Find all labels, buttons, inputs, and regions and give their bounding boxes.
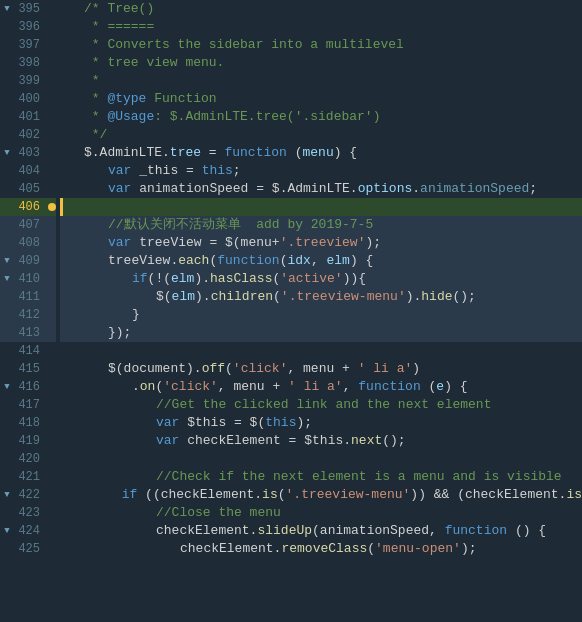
code-409f: idx xyxy=(287,252,310,270)
code-422c: is xyxy=(262,486,278,504)
fold-424[interactable]: ▼ xyxy=(0,526,14,536)
code-editor: ▼ 395 396 397 398 399 xyxy=(0,0,582,622)
line-num-395: 395 xyxy=(14,0,48,18)
line-num-413: 413 xyxy=(14,324,48,342)
code-425c: ( xyxy=(367,540,375,558)
line-num-424: 424 xyxy=(14,522,48,540)
gutter-row-416: ▼ 416 xyxy=(0,378,56,396)
code-416i: ( xyxy=(421,378,437,396)
code-408b: treeView = $(menu+ xyxy=(131,234,279,252)
code-409a: treeView. xyxy=(108,252,178,270)
code-409g: , xyxy=(311,252,327,270)
line-num-414: 414 xyxy=(14,342,48,360)
code-416c: ( xyxy=(155,378,163,396)
gutter-row-404: 404 xyxy=(0,162,56,180)
line-num-425: 425 xyxy=(14,540,48,558)
code-416h: function xyxy=(358,378,420,396)
gutter-row-424: ▼ 424 xyxy=(0,522,56,540)
code-403a: $.AdminLTE. xyxy=(84,144,170,162)
code-418b: $this = $( xyxy=(179,414,265,432)
code-403c: = xyxy=(201,144,224,162)
code-424d: function xyxy=(445,522,507,540)
comment-395: /* Tree() xyxy=(84,0,154,18)
code-415d: 'click' xyxy=(233,360,288,378)
code-418d: ); xyxy=(296,414,312,432)
gutter-row-405: 405 xyxy=(0,180,56,198)
code-425a: checkElement. xyxy=(180,540,281,558)
code-409h: elm xyxy=(327,252,350,270)
gutter-row-401: 401 xyxy=(0,108,56,126)
code-424a: checkElement. xyxy=(156,522,257,540)
code-line-415: $(document).off('click', menu + ' li a') xyxy=(60,360,582,378)
code-404a: var xyxy=(108,162,131,180)
code-line-408: var treeView = $(menu+'.treeview'); xyxy=(60,234,582,252)
code-line-424: checkElement.slideUp(animationSpeed, fun… xyxy=(60,522,582,540)
gutter-row-415: 415 xyxy=(0,360,56,378)
line-num-396: 396 xyxy=(14,18,48,36)
gutter-row-418: 418 xyxy=(0,414,56,432)
code-line-401: * @Usage: $.AdminLTE.tree('.sidebar') xyxy=(60,108,582,126)
code-422a: if xyxy=(122,486,138,504)
code-405b: animationSpeed = $.AdminLTE. xyxy=(131,180,357,198)
fold-395[interactable]: ▼ xyxy=(0,4,14,14)
code-line-399: * xyxy=(60,72,582,90)
code-415g: ) xyxy=(412,360,420,378)
gutter-row-397: 397 xyxy=(0,36,56,54)
code-419b: checkElement = $this. xyxy=(179,432,351,450)
code-line-406 xyxy=(60,198,582,216)
line-num-406: 406 xyxy=(14,198,48,216)
code-422e: '.treeview-menu' xyxy=(286,486,411,504)
code-415b: off xyxy=(202,360,225,378)
line-num-400: 400 xyxy=(14,90,48,108)
comment-usage-tag: @Usage xyxy=(107,108,154,126)
line-num-401: 401 xyxy=(14,108,48,126)
code-422f: )) && (checkElement. xyxy=(410,486,566,504)
gutter-row-406: 406 xyxy=(0,198,56,216)
code-405d: . xyxy=(412,180,420,198)
code-410e: hasClass xyxy=(210,270,272,288)
fold-422[interactable]: ▼ xyxy=(0,490,14,500)
code-410c: elm xyxy=(171,270,194,288)
gutter-row-402: 402 xyxy=(0,126,56,144)
code-418c: this xyxy=(265,414,296,432)
line-num-411: 411 xyxy=(14,288,48,306)
fold-416[interactable]: ▼ xyxy=(0,382,14,392)
code-415f: ' li a' xyxy=(358,360,413,378)
comment-400a: * xyxy=(84,90,107,108)
code-410h: )){ xyxy=(343,270,366,288)
code-419a: var xyxy=(156,432,179,450)
code-line-419: var checkElement = $this.next(); xyxy=(60,432,582,450)
code-424e: () { xyxy=(507,522,546,540)
gutter-row-425: 425 xyxy=(0,540,56,558)
gutter-row-396: 396 xyxy=(0,18,56,36)
bookmark-dot-406 xyxy=(48,203,56,211)
code-line-420 xyxy=(60,450,582,468)
code-422g: is xyxy=(566,486,582,504)
gutter-row-400: 400 xyxy=(0,90,56,108)
fold-403[interactable]: ▼ xyxy=(0,148,14,158)
fold-409[interactable]: ▼ xyxy=(0,256,14,266)
line-num-418: 418 xyxy=(14,414,48,432)
gutter-row-414: 414 xyxy=(0,342,56,360)
fold-410[interactable]: ▼ xyxy=(0,274,14,284)
code-line-422: if ((checkElement.is('.treeview-menu')) … xyxy=(60,486,582,504)
line-num-409: 409 xyxy=(14,252,48,270)
line-num-405: 405 xyxy=(14,180,48,198)
code-line-402: */ xyxy=(60,126,582,144)
code-405c: options xyxy=(358,180,413,198)
code-410f: ( xyxy=(272,270,280,288)
line-num-415: 415 xyxy=(14,360,48,378)
code-line-400: * @type Function xyxy=(60,90,582,108)
line-num-408: 408 xyxy=(14,234,48,252)
code-425e: ); xyxy=(461,540,477,558)
code-line-398: * tree view menu. xyxy=(60,54,582,72)
line-num-407: 407 xyxy=(14,216,48,234)
comment-397: * Converts the sidebar into a multilevel xyxy=(84,36,404,54)
code-409e: ( xyxy=(280,252,288,270)
code-416a: . xyxy=(132,378,140,396)
code-411e: ( xyxy=(273,288,281,306)
code-407: //默认关闭不活动菜单 add by 2019-7-5 xyxy=(108,216,373,234)
code-line-416: .on('click', menu + ' li a', function (e… xyxy=(60,378,582,396)
code-416f: ' li a' xyxy=(288,378,343,396)
code-line-397: * Converts the sidebar into a multilevel xyxy=(60,36,582,54)
